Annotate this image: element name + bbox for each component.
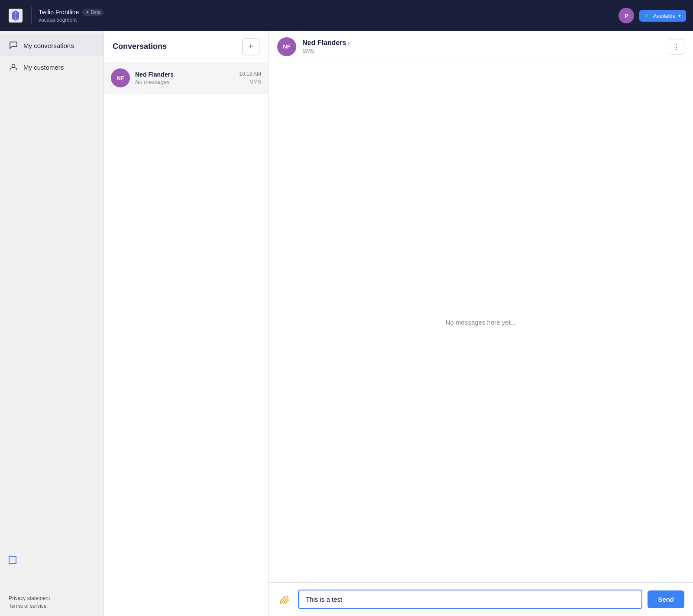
- conversation-meta: 10:18 AM SMS: [239, 71, 261, 85]
- chevron-down-icon: ▾: [678, 13, 681, 19]
- chat-contact-avatar: NF: [277, 37, 296, 56]
- conversation-channel: SMS: [250, 79, 261, 85]
- status-label: Available: [653, 13, 676, 19]
- conversations-header: Conversations +: [104, 31, 268, 62]
- app-name-label: Twilio Frontline: [39, 9, 79, 16]
- new-conversation-button[interactable]: +: [242, 38, 259, 55]
- chat-header: NF Ned Flanders › SMS ⋮: [269, 31, 693, 62]
- conversation-time: 10:18 AM: [239, 71, 261, 77]
- nav-divider: [31, 7, 32, 24]
- app-logo[interactable]: [7, 7, 24, 24]
- conversation-avatar: NF: [111, 68, 130, 87]
- sidebar-nav: My conversations My customers: [0, 31, 104, 588]
- sidebar-footer: Privacy statement Terms of service: [0, 588, 104, 616]
- conversation-list: NF Ned Flanders No messages 10:18 AM SMS: [104, 62, 268, 616]
- beta-badge: ✦ Beta: [82, 9, 104, 16]
- privacy-statement-link[interactable]: Privacy statement: [9, 595, 95, 601]
- available-dot: [644, 14, 648, 17]
- my-conversations-label: My conversations: [23, 42, 74, 49]
- conversations-title: Conversations: [113, 42, 167, 51]
- app-title-group: Twilio Frontline ✦ Beta vacasa-segment: [39, 9, 104, 23]
- conversation-item[interactable]: NF Ned Flanders No messages 10:18 AM SMS: [104, 62, 268, 94]
- sidebar-square-icon[interactable]: [9, 556, 16, 564]
- user-avatar[interactable]: P: [619, 8, 634, 23]
- terms-of-service-link[interactable]: Terms of service: [9, 603, 95, 609]
- chat-header-actions: ⋮: [669, 39, 684, 55]
- workspace-label: vacasa-segment: [39, 17, 104, 23]
- app-title: Twilio Frontline ✦ Beta: [39, 9, 104, 16]
- send-button[interactable]: Send: [648, 590, 684, 608]
- chat-area: NF Ned Flanders › SMS ⋮ No messages here…: [269, 31, 693, 616]
- conversation-info: Ned Flanders No messages: [135, 71, 239, 85]
- chat-input-area: Send: [269, 582, 693, 616]
- chat-contact-channel: SMS: [302, 48, 669, 54]
- no-messages-text: No messages here yet...: [446, 319, 516, 326]
- conversation-preview: No messages: [135, 79, 239, 85]
- more-options-button[interactable]: ⋮: [669, 39, 684, 55]
- my-customers-label: My customers: [23, 64, 64, 71]
- sidebar-item-my-customers[interactable]: My customers: [0, 56, 104, 78]
- conversations-panel: Conversations + NF Ned Flanders No messa…: [104, 31, 269, 616]
- topnav: Twilio Frontline ✦ Beta vacasa-segment P…: [0, 0, 693, 31]
- chat-messages: No messages here yet...: [269, 62, 693, 582]
- conversations-icon: [9, 41, 18, 50]
- chat-contact-info: Ned Flanders › SMS: [302, 39, 669, 54]
- main-layout: My conversations My customers Privacy st…: [0, 31, 693, 616]
- svg-point-1: [12, 65, 15, 68]
- conversation-name: Ned Flanders: [135, 71, 239, 78]
- attach-button[interactable]: [277, 592, 293, 607]
- customers-icon: [9, 62, 18, 72]
- contact-chevron-icon: ›: [348, 39, 350, 46]
- message-input[interactable]: [298, 590, 642, 609]
- chat-contact-name[interactable]: Ned Flanders ›: [302, 39, 669, 47]
- topnav-right: P Available ▾: [619, 8, 686, 23]
- sidebar: My conversations My customers Privacy st…: [0, 31, 104, 616]
- sidebar-item-my-conversations[interactable]: My conversations: [0, 35, 104, 56]
- status-dropdown[interactable]: Available ▾: [639, 10, 686, 22]
